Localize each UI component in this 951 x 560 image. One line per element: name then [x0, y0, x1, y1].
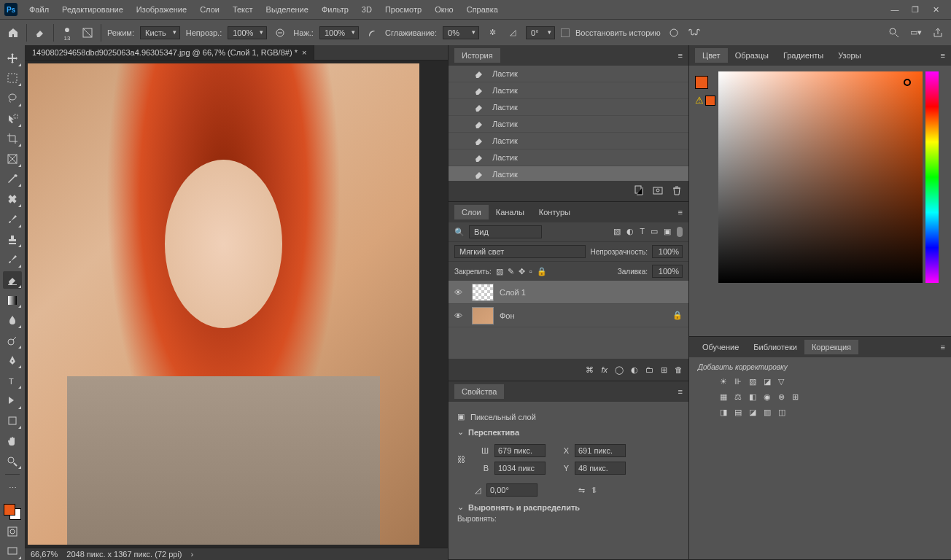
symmetry-icon[interactable]: ᔐᔑ [687, 26, 702, 40]
photo-filter-icon[interactable]: ◉ [764, 392, 771, 402]
layer-thumbnail[interactable] [472, 284, 494, 301]
patterns-tab[interactable]: Узоры [831, 48, 868, 63]
layer-fill-input[interactable]: 100% [652, 265, 683, 278]
type-tool[interactable]: T [3, 372, 22, 389]
foreground-swatch[interactable] [695, 76, 708, 89]
screenmode-icon[interactable] [3, 542, 22, 560]
adjustments-tab[interactable]: Коррекция [804, 340, 858, 354]
frame-tool[interactable] [3, 150, 22, 168]
lock-all-icon[interactable]: 🔒 [537, 267, 547, 276]
lock-icon[interactable]: 🔒 [672, 311, 683, 320]
link-icon[interactable]: ⌘ [586, 365, 594, 375]
snapshot-icon[interactable] [652, 184, 664, 198]
angle-input[interactable]: 0,00° [486, 483, 537, 497]
airbrush-icon[interactable] [365, 26, 379, 40]
gradient-map-icon[interactable]: ▥ [764, 408, 771, 417]
panel-menu-icon[interactable]: ≡ [678, 51, 683, 60]
hand-tool[interactable] [3, 432, 22, 450]
collapse-icon[interactable]: ⌄ [457, 427, 464, 437]
filter-smart-icon[interactable]: ▣ [664, 227, 671, 237]
canvas-area[interactable] [25, 61, 448, 548]
filter-adjust-icon[interactable]: ◐ [626, 227, 634, 237]
create-document-icon[interactable] [633, 184, 645, 198]
new-layer-icon[interactable]: ⊞ [661, 365, 667, 375]
filter-toggle[interactable] [677, 227, 683, 237]
brush-preset-icon[interactable]: ●13 [60, 26, 74, 40]
background-swatch[interactable] [705, 96, 715, 106]
quickmask-icon[interactable] [3, 523, 22, 540]
brightness-icon[interactable]: ☀ [720, 377, 727, 386]
tablet-pressure-icon[interactable] [667, 26, 681, 40]
x-input[interactable]: 691 пикс. [575, 444, 626, 457]
stamp-tool[interactable] [3, 231, 22, 249]
mode-dropdown[interactable]: Кисть [140, 26, 180, 39]
visibility-icon[interactable]: 👁 [454, 311, 466, 320]
panel-menu-icon[interactable]: ≡ [941, 51, 945, 60]
layer-name[interactable]: Слой 1 [500, 288, 526, 297]
zoom-value[interactable]: 66,67% [31, 550, 58, 559]
libraries-tab[interactable]: Библиотеки [746, 340, 804, 354]
crop-tool[interactable] [3, 131, 22, 148]
menu-edit[interactable]: Редактирование [56, 2, 129, 17]
smoothing-options-icon[interactable]: ✲ [485, 26, 500, 40]
gamut-warning-icon[interactable]: ⚠ [695, 95, 704, 106]
layer-item[interactable]: 👁Фон🔒 [449, 304, 688, 327]
search-icon[interactable] [887, 26, 901, 40]
history-item[interactable]: Ластик [449, 99, 688, 116]
restore-history-checkbox[interactable] [561, 28, 570, 37]
blend-mode-dropdown[interactable]: Мягкий свет [454, 245, 586, 258]
color-lookup-icon[interactable]: ⊞ [792, 392, 799, 402]
hue-slider[interactable] [925, 71, 939, 283]
opacity-pressure-icon[interactable] [273, 26, 287, 40]
menu-view[interactable]: Просмотр [379, 2, 427, 17]
channel-mixer-icon[interactable]: ⊗ [778, 392, 785, 402]
history-item[interactable]: Ластик [449, 66, 688, 82]
color-swatches[interactable] [4, 504, 21, 520]
flow-dropdown[interactable]: 100% [319, 26, 359, 39]
close-tab-icon[interactable]: × [302, 48, 306, 57]
smoothing-dropdown[interactable]: 0% [443, 26, 479, 39]
workspace-icon[interactable]: ▭▾ [909, 26, 923, 40]
history-item[interactable]: Ластик [449, 166, 688, 181]
panel-menu-icon[interactable]: ≡ [678, 387, 683, 396]
properties-tab[interactable]: Свойства [454, 384, 504, 399]
brush-tool[interactable] [3, 211, 22, 228]
selection-tool[interactable] [3, 110, 22, 128]
eraser-tool-icon[interactable] [33, 26, 47, 40]
invert-icon[interactable]: ◨ [720, 408, 727, 417]
group-icon[interactable]: 🗀 [645, 365, 653, 374]
blur-tool[interactable] [3, 311, 22, 329]
layer-thumbnail[interactable] [472, 307, 494, 324]
height-input[interactable]: 1034 пикс [494, 462, 546, 475]
panel-menu-icon[interactable]: ≡ [941, 343, 945, 351]
pen-tool[interactable] [3, 352, 22, 370]
layers-tab[interactable]: Слои [454, 205, 489, 219]
lock-position-icon[interactable]: ✥ [519, 267, 525, 276]
menu-3d[interactable]: 3D [356, 2, 378, 17]
home-icon[interactable] [6, 26, 20, 40]
flip-h-icon[interactable]: ⇋ [578, 486, 585, 495]
path-tool[interactable] [3, 392, 22, 410]
menu-window[interactable]: Окно [429, 2, 459, 17]
threshold-icon[interactable]: ◪ [749, 408, 756, 417]
menu-text[interactable]: Текст [227, 2, 259, 17]
history-item[interactable]: Ластик [449, 149, 688, 166]
flip-v-icon[interactable]: ⥮ [591, 486, 597, 495]
menu-layers[interactable]: Слои [194, 2, 225, 17]
menu-file[interactable]: Файл [23, 2, 55, 17]
history-item[interactable]: Ластик [449, 82, 688, 99]
filter-type-icon[interactable]: T [640, 227, 645, 237]
history-item[interactable]: Ластик [449, 116, 688, 133]
minimize-icon[interactable]: — [890, 5, 900, 15]
opacity-dropdown[interactable]: 100% [228, 26, 267, 39]
delete-icon[interactable]: 🗑 [675, 365, 683, 374]
history-tab[interactable]: История [454, 48, 500, 63]
gradients-tab[interactable]: Градиенты [776, 48, 831, 63]
color-field[interactable] [718, 71, 923, 283]
menu-image[interactable]: Изображение [131, 2, 193, 17]
paths-tab[interactable]: Контуры [532, 205, 578, 219]
layer-filter-dropdown[interactable]: Вид [469, 225, 542, 238]
fx-icon[interactable]: fx [601, 365, 608, 374]
balance-icon[interactable]: ⚖ [734, 392, 742, 402]
zoom-tool[interactable] [3, 453, 22, 470]
